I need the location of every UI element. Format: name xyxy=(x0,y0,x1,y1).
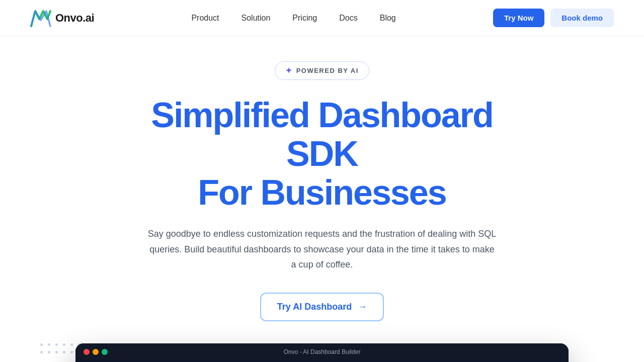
nav-item-docs[interactable]: Docs xyxy=(339,14,357,23)
hero-title-line2: For Businesses xyxy=(198,173,446,212)
hero-subtitle: Say goodbye to endless customization req… xyxy=(146,226,498,273)
try-now-button[interactable]: Try Now xyxy=(493,9,544,27)
logo-text: Onvo.ai xyxy=(55,12,94,25)
nav-item-product[interactable]: Product xyxy=(191,14,219,23)
nav-item-blog[interactable]: Blog xyxy=(380,14,396,23)
nav-item-solution[interactable]: Solution xyxy=(242,14,271,23)
logo-link[interactable]: Onvo.ai xyxy=(30,9,94,27)
nav-link-pricing[interactable]: Pricing xyxy=(292,14,317,22)
book-demo-button[interactable]: Book demo xyxy=(550,9,614,27)
dashboard-preview-wrapper: Onvo - AI Dashboard Builder xyxy=(30,343,614,362)
titlebar-title: Onvo - AI Dashboard Builder xyxy=(284,348,361,355)
nav-actions: Try Now Book demo xyxy=(493,9,614,27)
badge-text: POWERED BY AI xyxy=(296,67,359,74)
nav-link-solution[interactable]: Solution xyxy=(242,14,271,22)
titlebar-dot-green xyxy=(102,349,108,355)
logo-icon xyxy=(30,9,51,27)
hero-title-line1: Simplified Dashboard SDK xyxy=(151,96,493,173)
nav-links: Product Solution Pricing Docs Blog xyxy=(191,14,395,23)
hero-section: ✦ POWERED BY AI Simplified Dashboard SDK… xyxy=(0,36,644,362)
powered-badge: ✦ POWERED BY AI xyxy=(275,61,369,80)
nav-link-docs[interactable]: Docs xyxy=(339,14,357,22)
nav-link-product[interactable]: Product xyxy=(191,14,219,22)
nav-item-pricing[interactable]: Pricing xyxy=(292,14,317,23)
sparkle-icon: ✦ xyxy=(285,66,293,75)
try-dashboard-label: Try AI Dashboard xyxy=(277,302,352,312)
try-dashboard-button[interactable]: Try AI Dashboard → xyxy=(260,293,384,321)
titlebar-dot-red xyxy=(84,349,90,355)
titlebar-dot-yellow xyxy=(93,349,99,355)
navbar: Onvo.ai Product Solution Pricing Docs Bl… xyxy=(0,0,644,36)
dashboard-preview: Onvo - AI Dashboard Builder xyxy=(75,343,569,362)
nav-link-blog[interactable]: Blog xyxy=(380,14,396,22)
dashboard-titlebar: Onvo - AI Dashboard Builder xyxy=(75,343,569,360)
arrow-right-icon: → xyxy=(358,302,367,312)
hero-title: Simplified Dashboard SDK For Businesses xyxy=(126,96,518,212)
titlebar-dots xyxy=(84,349,108,355)
